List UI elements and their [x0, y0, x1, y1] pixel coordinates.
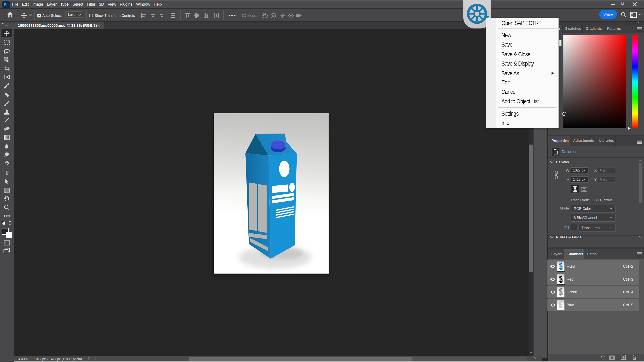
svg-text:T: T: [5, 170, 9, 176]
